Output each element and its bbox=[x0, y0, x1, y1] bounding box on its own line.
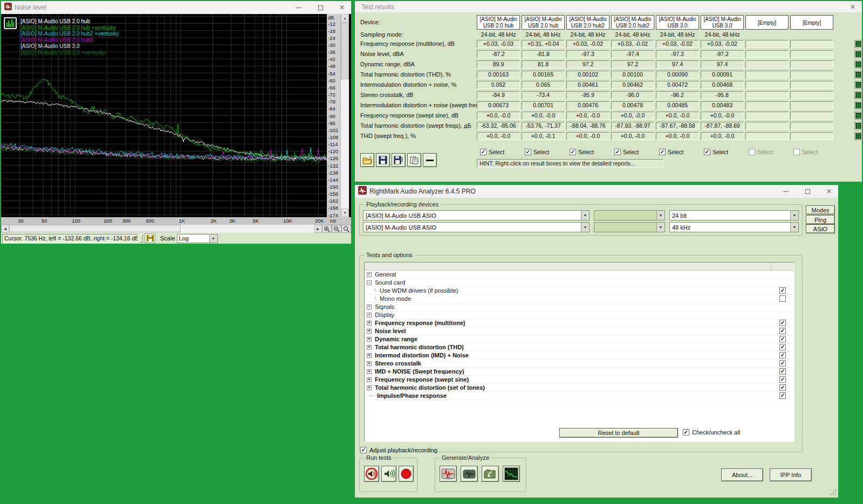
tests-option-row[interactable]: +Frequency response (multitone)✓ bbox=[365, 319, 794, 327]
result-cell[interactable]: -87.93, -88.97 bbox=[611, 122, 654, 130]
close-button[interactable]: ✕ bbox=[825, 188, 833, 195]
result-cell[interactable] bbox=[745, 81, 789, 89]
result-cell[interactable] bbox=[745, 40, 789, 48]
result-cell[interactable] bbox=[745, 101, 789, 109]
option-checkbox[interactable]: ✓ bbox=[779, 352, 786, 358]
result-cell[interactable] bbox=[745, 122, 789, 130]
scroll-thumb[interactable] bbox=[9, 225, 181, 232]
detailed-report-button[interactable] bbox=[854, 40, 862, 48]
tests-option-row[interactable]: +General bbox=[365, 271, 794, 279]
result-cell[interactable] bbox=[790, 81, 833, 89]
device-header-cell[interactable]: [ASIO] M-AudioUSB 3.0 bbox=[656, 15, 699, 30]
device-header-cell[interactable]: [Empty] bbox=[745, 15, 789, 30]
detailed-report-button[interactable] bbox=[854, 132, 862, 140]
detailed-report-button[interactable] bbox=[854, 122, 862, 130]
checkbox[interactable]: ✓ bbox=[525, 149, 531, 155]
result-cell[interactable]: +0.0, -0.0 bbox=[477, 132, 520, 140]
result-cell[interactable]: +0.0, -0.0 bbox=[611, 132, 654, 140]
result-cell[interactable] bbox=[790, 122, 833, 130]
result-cell[interactable]: -88.04, -88.76 bbox=[566, 122, 609, 130]
expand-icon[interactable]: + bbox=[367, 353, 372, 358]
select-checkbox[interactable]: ✓Select bbox=[525, 149, 549, 155]
run-playback-test-button[interactable] bbox=[364, 466, 379, 482]
chevron-down-icon[interactable]: ▼ bbox=[656, 211, 665, 220]
expand-icon[interactable]: + bbox=[367, 337, 372, 342]
save-report-button[interactable] bbox=[376, 153, 390, 167]
result-cell[interactable]: 0.00483 bbox=[701, 101, 744, 109]
maximize-button[interactable] bbox=[317, 4, 324, 11]
device-header-cell[interactable]: [ASIO] M-AudioUSB 2.0 hub2 bbox=[566, 15, 609, 30]
checkbox[interactable]: ✓ bbox=[749, 149, 755, 155]
result-cell[interactable]: +0.0, -0.0 bbox=[477, 112, 520, 120]
result-cell[interactable]: -96.2 bbox=[656, 91, 699, 99]
result-cell[interactable]: +0.0, -0.0 bbox=[656, 112, 699, 120]
result-cell[interactable]: -81.8 bbox=[522, 50, 565, 58]
result-cell[interactable]: 0.00468 bbox=[701, 81, 744, 89]
expand-icon[interactable]: + bbox=[367, 329, 372, 334]
chevron-down-icon[interactable]: ▼ bbox=[581, 223, 589, 232]
tests-option-row[interactable]: +Signals bbox=[365, 303, 794, 311]
bit-depth-combo[interactable]: 24 bit ▼ bbox=[669, 210, 799, 220]
minimize-button[interactable] bbox=[782, 188, 790, 195]
result-cell[interactable]: 97.4 bbox=[701, 60, 744, 68]
vertical-scrollbar[interactable]: ▲▼ bbox=[340, 14, 349, 217]
result-cell[interactable]: 0.00100 bbox=[611, 71, 654, 79]
result-cell[interactable]: -73.4 bbox=[522, 91, 565, 99]
result-cell[interactable]: 0.00673 bbox=[477, 101, 520, 109]
result-cell[interactable] bbox=[745, 112, 789, 120]
result-cell[interactable]: +0.03, -0.02 bbox=[566, 40, 609, 48]
results-titlebar[interactable]: Test results ✕ bbox=[355, 1, 862, 12]
scroll-up-button[interactable]: ▲ bbox=[341, 14, 349, 22]
checkbox[interactable]: ✓ bbox=[614, 149, 621, 155]
scroll-track[interactable] bbox=[9, 225, 314, 233]
device-header-cell[interactable]: [ASIO] M-AudioUSB 3.0 bbox=[701, 15, 744, 30]
option-checkbox[interactable]: ✓ bbox=[779, 287, 786, 294]
result-cell[interactable]: 0.00701 bbox=[522, 101, 565, 109]
result-cell[interactable]: +0.03, -0.02 bbox=[611, 40, 654, 48]
zoom-in-button[interactable] bbox=[322, 225, 332, 233]
select-checkbox[interactable]: ✓Select bbox=[704, 149, 728, 155]
select-checkbox[interactable]: ✓Select bbox=[570, 149, 594, 155]
zoom-reset-button[interactable] bbox=[341, 225, 351, 233]
save-selected-report-button[interactable] bbox=[392, 153, 406, 167]
result-cell[interactable]: 0.00478 bbox=[611, 101, 654, 109]
modes-button[interactable]: Modes bbox=[806, 205, 835, 215]
result-cell[interactable]: -95.9 bbox=[566, 91, 609, 99]
option-checkbox[interactable]: ✓ bbox=[779, 360, 786, 367]
result-cell[interactable] bbox=[745, 132, 789, 140]
recording-device-combo[interactable]: [ASIO] M-Audio USB ASIO ▼ bbox=[363, 222, 590, 232]
record-button[interactable] bbox=[399, 466, 414, 482]
expand-icon[interactable]: + bbox=[367, 272, 372, 277]
result-cell[interactable]: -97.4 bbox=[611, 50, 654, 58]
result-cell[interactable]: -84.9 bbox=[477, 91, 520, 99]
expand-icon[interactable]: + bbox=[367, 385, 372, 390]
expand-icon[interactable]: + bbox=[367, 377, 372, 382]
option-checkbox[interactable]: ✓ bbox=[779, 368, 786, 375]
device-header-cell[interactable]: [Empty] bbox=[790, 15, 833, 30]
adjust-playback-recording-checkbox[interactable]: ✓ Adjust playback/recording bbox=[360, 447, 437, 453]
copy-report-button[interactable] bbox=[407, 153, 421, 167]
tests-option-row[interactable]: +Intermod distortion (IMD) + Noise✓ bbox=[365, 351, 794, 360]
expand-icon[interactable]: + bbox=[367, 321, 372, 326]
result-cell[interactable] bbox=[790, 50, 833, 58]
result-cell[interactable]: +0.0, -0.1 bbox=[522, 132, 565, 140]
result-cell[interactable]: +0.0, -0.0 bbox=[566, 112, 609, 120]
result-cell[interactable]: 0.065 bbox=[522, 81, 565, 89]
save-plot-button[interactable] bbox=[145, 233, 155, 243]
detailed-report-button[interactable] bbox=[854, 91, 862, 99]
tests-option-row[interactable]: +Dynamic range✓ bbox=[365, 335, 794, 343]
select-checkbox[interactable]: ✓Select bbox=[614, 149, 639, 155]
tests-option-row[interactable]: +Total harmonic distortion (set of tones… bbox=[365, 384, 794, 392]
save-wav-button[interactable] bbox=[461, 466, 478, 482]
expand-icon[interactable]: + bbox=[367, 313, 372, 317]
result-cell[interactable] bbox=[745, 71, 789, 79]
result-cell[interactable]: -87.67, -88.58 bbox=[656, 122, 699, 130]
result-cell[interactable] bbox=[790, 101, 833, 109]
result-cell[interactable]: +0.03, -0.03 bbox=[477, 40, 520, 48]
option-checkbox[interactable]: ✓ bbox=[779, 328, 786, 334]
noise-titlebar[interactable]: Noise level ✕ bbox=[1, 1, 351, 14]
select-checkbox[interactable]: ✓Select bbox=[659, 149, 683, 155]
result-cell[interactable] bbox=[790, 132, 833, 140]
result-cell[interactable]: 0.00102 bbox=[566, 71, 609, 79]
result-cell[interactable]: -97.2 bbox=[701, 50, 744, 58]
